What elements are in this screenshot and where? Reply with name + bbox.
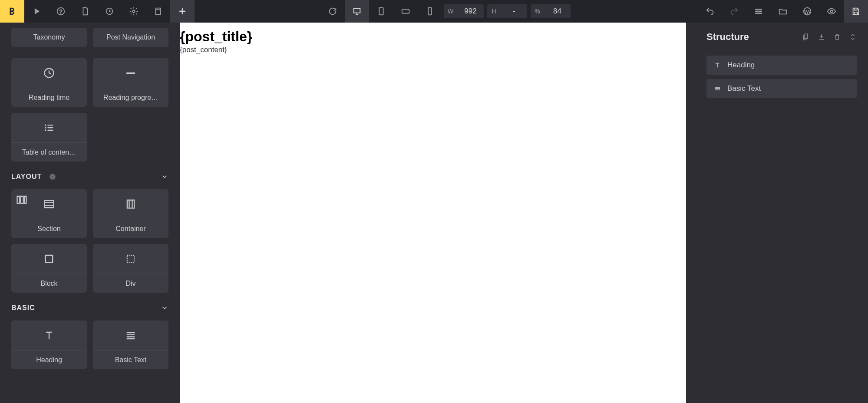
svg-point-9 bbox=[830, 10, 833, 13]
element-taxonomy[interactable]: Taxonomy bbox=[11, 28, 87, 47]
structure-panel: Structure Heading Basic Text bbox=[695, 23, 868, 403]
element-label: Post Navigation bbox=[93, 28, 168, 47]
chevron-down-icon[interactable] bbox=[161, 304, 168, 312]
templates-button[interactable] bbox=[771, 0, 795, 23]
svg-rect-24 bbox=[804, 34, 808, 39]
redo-button[interactable] bbox=[722, 0, 746, 23]
element-block[interactable]: Block bbox=[11, 244, 87, 293]
canvas-heading[interactable]: {post_title} bbox=[180, 29, 686, 45]
svg-rect-6 bbox=[402, 9, 409, 13]
reload-button[interactable] bbox=[320, 0, 345, 23]
undo-button[interactable] bbox=[698, 0, 722, 23]
svg-rect-19 bbox=[24, 196, 26, 203]
wordpress-button[interactable] bbox=[795, 0, 819, 23]
list-icon bbox=[754, 7, 763, 16]
help-icon: ? bbox=[56, 7, 66, 16]
div-icon bbox=[93, 244, 168, 274]
svg-point-3 bbox=[132, 10, 135, 13]
zoom-field[interactable]: % 84 bbox=[531, 4, 571, 18]
save-button[interactable] bbox=[844, 0, 868, 23]
svg-rect-18 bbox=[21, 196, 23, 203]
tablet-landscape-icon bbox=[401, 7, 410, 16]
svg-rect-20 bbox=[45, 201, 54, 208]
element-div[interactable]: Div bbox=[93, 244, 168, 293]
code-icon bbox=[153, 7, 163, 16]
element-label: Table of conten… bbox=[11, 142, 87, 162]
element-table-of-contents[interactable]: Table of conten… bbox=[11, 113, 87, 162]
text-icon bbox=[713, 85, 721, 92]
element-basic-text[interactable]: Basic Text bbox=[93, 320, 168, 369]
structure-item-heading[interactable]: Heading bbox=[706, 56, 857, 75]
structure-toggle-button[interactable] bbox=[746, 0, 771, 23]
width-value[interactable]: 992 bbox=[458, 7, 484, 16]
undo-icon bbox=[705, 7, 715, 16]
desktop-breakpoint-button[interactable] bbox=[345, 0, 369, 23]
play-button[interactable] bbox=[24, 0, 49, 23]
collapse-icon[interactable] bbox=[849, 33, 857, 41]
svg-point-12 bbox=[45, 124, 46, 126]
element-label: Reading progre… bbox=[93, 88, 168, 107]
chevron-down-icon[interactable] bbox=[161, 173, 168, 181]
structure-title: Structure bbox=[706, 31, 749, 43]
svg-rect-7 bbox=[428, 8, 431, 15]
folder-icon bbox=[778, 7, 788, 16]
save-icon bbox=[851, 7, 861, 16]
canvas[interactable]: {post_title} {post_content} bbox=[180, 23, 686, 403]
redo-icon bbox=[729, 7, 739, 16]
desktop-icon bbox=[352, 7, 362, 16]
text-icon bbox=[93, 320, 168, 350]
clock-icon bbox=[105, 7, 114, 16]
elements-panel: Taxonomy Post Navigation Reading time Re… bbox=[0, 23, 180, 403]
preview-button[interactable] bbox=[819, 0, 844, 23]
copy-icon[interactable] bbox=[802, 33, 810, 41]
pages-button[interactable] bbox=[73, 0, 97, 23]
canvas-text[interactable]: {post_content} bbox=[180, 46, 686, 54]
plus-icon bbox=[178, 7, 187, 16]
element-heading[interactable]: Heading bbox=[11, 320, 87, 369]
help-button[interactable]: ? bbox=[49, 0, 73, 23]
add-element-button[interactable] bbox=[170, 0, 195, 23]
structure-item-label: Heading bbox=[727, 61, 755, 69]
revisions-button[interactable] bbox=[97, 0, 122, 23]
page-icon bbox=[80, 7, 90, 16]
trash-icon[interactable] bbox=[833, 33, 841, 41]
element-label: Section bbox=[11, 219, 87, 238]
heading-icon bbox=[11, 320, 87, 350]
svg-text:i: i bbox=[52, 175, 53, 179]
mobile-breakpoint-button[interactable] bbox=[418, 0, 442, 23]
tablet-portrait-icon bbox=[376, 7, 386, 16]
svg-rect-21 bbox=[127, 200, 134, 208]
svg-point-14 bbox=[45, 129, 46, 131]
tablet-portrait-button[interactable] bbox=[369, 0, 393, 23]
element-container[interactable]: Container bbox=[93, 189, 168, 238]
height-label: H bbox=[487, 8, 501, 15]
custom-code-button[interactable] bbox=[146, 0, 170, 23]
settings-button[interactable] bbox=[122, 0, 146, 23]
section-title: LAYOUT bbox=[11, 173, 42, 181]
tablet-landscape-button[interactable] bbox=[393, 0, 418, 23]
element-label: Div bbox=[93, 274, 168, 293]
info-icon[interactable]: i bbox=[49, 173, 56, 181]
svg-rect-11 bbox=[126, 73, 135, 74]
zoom-label: % bbox=[531, 8, 545, 15]
height-field[interactable]: H - bbox=[487, 4, 527, 18]
section-header-basic[interactable]: BASIC bbox=[11, 304, 168, 312]
height-value[interactable]: - bbox=[501, 7, 527, 16]
element-reading-progress[interactable]: Reading progre… bbox=[93, 58, 168, 107]
element-reading-time[interactable]: Reading time bbox=[11, 58, 87, 107]
mobile-icon bbox=[425, 7, 435, 16]
download-icon[interactable] bbox=[818, 33, 825, 41]
logo-button[interactable] bbox=[0, 0, 24, 23]
progress-icon bbox=[93, 58, 168, 88]
element-post-navigation[interactable]: Post Navigation bbox=[93, 28, 168, 47]
width-field[interactable]: W 992 bbox=[444, 4, 484, 18]
section-header-layout[interactable]: LAYOUT i bbox=[11, 173, 168, 181]
structure-item-basic-text[interactable]: Basic Text bbox=[706, 79, 857, 98]
svg-rect-17 bbox=[17, 196, 20, 203]
zoom-value[interactable]: 84 bbox=[545, 7, 571, 16]
width-label: W bbox=[444, 8, 458, 15]
element-label: Basic Text bbox=[93, 350, 168, 369]
svg-rect-4 bbox=[353, 9, 360, 13]
element-section[interactable]: Section bbox=[11, 189, 87, 238]
gear-icon bbox=[129, 7, 139, 16]
